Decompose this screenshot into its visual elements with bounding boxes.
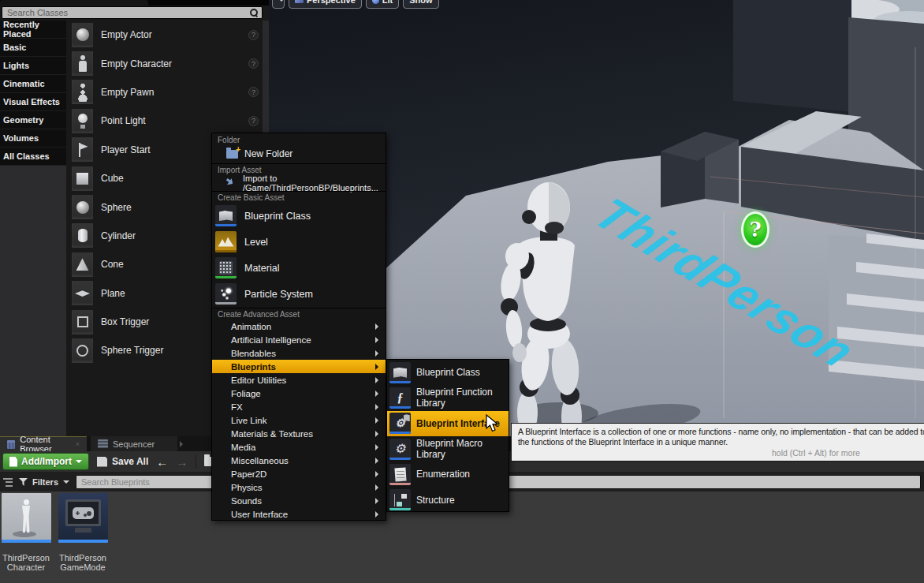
category-lights[interactable]: Lights [0,57,66,75]
asset-thirdperson-character[interactable]: ThirdPerson Character [2,493,51,543]
search-icon [249,8,259,17]
help-icon[interactable]: ? [248,87,259,97]
menu-item-label: Blueprint Class [244,211,311,222]
lit-button[interactable]: Lit [366,0,399,9]
menu-divider [212,308,386,308]
actor-item-point-light[interactable]: Point Light ? [66,107,263,135]
menu-item-media[interactable]: Media [212,440,386,454]
add-import-button[interactable]: Add/Import [2,453,89,470]
book-icon [389,362,411,383]
category-geometry[interactable]: Geometry [0,111,66,129]
close-tab-icon[interactable]: × [76,440,80,448]
menu-item-foliage[interactable]: Foliage [212,387,386,400]
search-classes-box[interactable] [2,6,263,19]
menu-item-artificial-intelligence[interactable]: Artificial Intelligence [212,333,386,346]
viewport-options-button[interactable] [272,0,285,9]
menu-item-miscellaneous[interactable]: Miscellaneous [212,454,386,467]
mountains-icon [215,231,237,252]
actor-label: Player Start [101,144,151,155]
menu-item-sounds[interactable]: Sounds [212,494,386,507]
sphere-icon [72,195,93,219]
checker-sphere-icon [215,257,237,278]
node-tree-icon [389,489,411,510]
menu-item-blueprints[interactable]: Blueprints [212,360,386,373]
menu-item-particle-system[interactable]: Particle System [212,281,386,307]
submenu-arrow-icon [375,391,382,397]
menu-item-user-interface[interactable]: User Interface [212,507,386,521]
actor-item-empty-character[interactable]: Empty Character ? [66,49,263,77]
submenu-item-enumeration[interactable]: Enumeration [387,462,509,487]
save-all-button[interactable]: Save All [97,456,148,467]
folder-section-header: Folder [212,135,386,145]
place-actors-tab[interactable] [0,0,148,6]
actor-item-empty-actor[interactable]: Empty Actor ? [66,21,263,49]
help-icon[interactable]: ? [248,30,259,40]
tooltip-hint: hold (Ctrl + Alt) for more [772,448,860,458]
add-import-label: Add/Import [21,456,72,467]
menu-item-paper2d[interactable]: Paper2D [212,467,386,480]
question-mark-badge[interactable]: ? [741,211,769,248]
category-basic[interactable]: Basic [0,39,66,57]
category-visual-effects[interactable]: Visual Effects [0,93,66,111]
menu-item-blueprint-class[interactable]: Blueprint Class [212,203,386,229]
filters-button[interactable]: Filters [19,477,69,487]
search-classes-input[interactable] [6,7,249,18]
actor-label: Cylinder [101,230,136,241]
help-icon[interactable]: ? [248,58,259,69]
filters-label: Filters [32,477,58,487]
submenu-arrow-icon [375,484,382,491]
save-all-label: Save All [112,456,148,467]
category-all-classes[interactable]: All Classes [0,148,66,166]
submenu-item-blueprint-macro-library[interactable]: Blueprint Macro Library [387,436,509,462]
new-folder-item[interactable]: New Folder [212,145,386,163]
mannequin-icon [20,499,32,534]
gamemode-thumbnail [58,493,108,543]
submenu-arrow-icon [375,458,382,464]
actor-label: Point Light [101,115,146,126]
submenu-item-structure[interactable]: Structure [387,487,509,512]
mouse-cursor-icon [486,414,500,433]
tab-sequencer[interactable]: Sequencer [91,436,177,451]
perspective-button[interactable]: Perspective [289,0,362,9]
sources-panel-icon[interactable] [3,478,13,487]
actor-item-empty-pawn[interactable]: Empty Pawn ? [66,78,263,107]
gear-icon [389,439,411,460]
menu-item-live-link[interactable]: Live Link [212,413,386,427]
sparkle-icon [215,283,237,305]
menu-item-material[interactable]: Material [212,255,386,281]
asset-thirdperson-gamemode[interactable]: ThirdPerson GameMode [58,493,108,543]
content-browser-icon [7,440,15,449]
actor-label: Cone [101,259,124,270]
advanced-asset-section-header: Create Advanced Asset [212,309,386,320]
chevron-down-icon [76,460,82,466]
submenu-arrow-icon [375,471,382,477]
submenu-item-blueprint-class[interactable]: Blueprint Class [387,360,509,385]
show-button[interactable]: Show [403,0,438,9]
menu-item-blendables[interactable]: Blendables [212,346,386,360]
import-asset-item[interactable]: Import to /Game/ThirdPersonBP/Blueprints… [212,175,386,190]
submenu-item-blueprint-function-library[interactable]: Blueprint Function Library [387,385,509,410]
submenu-item-label: Blueprint Class [416,367,480,378]
chevron-down-icon [63,480,69,487]
character-icon [72,51,93,76]
menu-item-materials-textures[interactable]: Materials & Textures [212,427,386,440]
back-arrow-icon[interactable]: ← [156,456,168,468]
menu-item-animation[interactable]: Animation [212,320,386,333]
blueprint-interface-tooltip: A Blueprint Interface is a collection of… [511,423,924,462]
function-icon [389,387,411,409]
forward-arrow-icon[interactable]: → [176,456,188,468]
tab-content-browser[interactable]: Content Browser × [0,436,87,451]
menu-item-editor-utilities[interactable]: Editor Utilities [212,373,386,387]
actor-label: Sphere Trigger [101,345,163,356]
menu-item-level[interactable]: Level [212,229,386,255]
category-volumes[interactable]: Volumes [0,129,66,148]
help-icon[interactable]: ? [248,116,259,126]
menu-item-fx[interactable]: FX [212,400,386,413]
category-cinematic[interactable]: Cinematic [0,75,66,93]
menu-item-label: Particle System [244,289,313,300]
menu-item-physics[interactable]: Physics [212,480,386,494]
tab-overflow-icon[interactable] [177,436,188,451]
new-asset-icon [9,457,17,467]
actor-label: Empty Pawn [101,87,154,98]
category-recently-placed[interactable]: Recently Placed [0,21,66,39]
